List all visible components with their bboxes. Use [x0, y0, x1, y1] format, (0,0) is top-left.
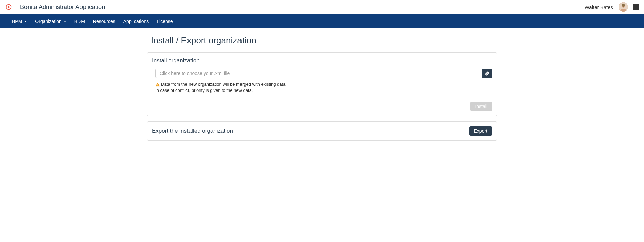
svg-point-14	[157, 85, 158, 86]
nav-item-organization[interactable]: Organization	[31, 15, 70, 28]
nav-item-applications[interactable]: Applications	[119, 15, 153, 28]
nav-label: Resources	[93, 19, 115, 24]
nav-label: License	[157, 19, 173, 24]
file-input-group: Click here to choose your .xml file	[152, 69, 492, 78]
app-header: Bonita Administrator Application Walter …	[0, 0, 644, 14]
page-title: Install / Export organization	[151, 35, 497, 46]
header-right: Walter Bates	[585, 2, 639, 12]
apps-grid-icon[interactable]	[633, 4, 639, 10]
export-panel-title: Export the installed organization	[152, 128, 233, 134]
install-panel-footer: Install	[152, 102, 492, 111]
nav-item-resources[interactable]: Resources	[89, 15, 119, 28]
nav-item-bpm[interactable]: BPM	[8, 15, 31, 28]
nav-item-bdm[interactable]: BDM	[70, 15, 89, 28]
install-button[interactable]: Install	[470, 102, 492, 111]
bonita-logo-icon	[5, 4, 12, 10]
nav-label: BDM	[74, 19, 85, 24]
main-content: Install / Export organization Install or…	[147, 28, 497, 153]
nav-item-license[interactable]: License	[153, 15, 177, 28]
install-panel-title: Install organization	[152, 57, 492, 64]
install-organization-panel: Install organization Click here to choos…	[147, 52, 497, 116]
warning-message: Data from the new organization will be m…	[152, 81, 492, 94]
header-left: Bonita Administrator Application	[5, 4, 105, 11]
warning-line1: Data from the new organization will be m…	[161, 82, 287, 87]
nav-label: Applications	[123, 19, 149, 24]
username-label: Walter Bates	[585, 4, 613, 10]
paperclip-icon	[485, 71, 489, 76]
export-button[interactable]: Export	[469, 126, 492, 136]
nav-label: Organization	[35, 19, 61, 24]
warning-line2: In case of conflict, priority is given t…	[155, 88, 253, 93]
svg-point-12	[622, 4, 625, 7]
warning-icon	[155, 82, 160, 87]
main-navbar: BPM Organization BDM Resources Applicati…	[0, 14, 644, 28]
nav-label: BPM	[12, 19, 22, 24]
file-chooser-input[interactable]: Click here to choose your .xml file	[155, 69, 482, 78]
svg-point-1	[8, 6, 10, 8]
user-avatar[interactable]	[619, 2, 628, 12]
export-organization-panel: Export the installed organization Export	[147, 121, 497, 141]
chevron-down-icon	[64, 21, 66, 22]
chevron-down-icon	[24, 21, 27, 22]
app-title: Bonita Administrator Application	[20, 4, 105, 11]
file-attach-button[interactable]	[482, 69, 492, 78]
